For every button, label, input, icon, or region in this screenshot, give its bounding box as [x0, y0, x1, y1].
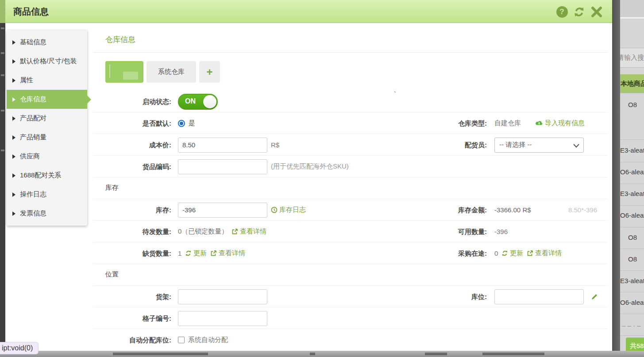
sidebar-item-supplier[interactable]: 供应商 — [7, 147, 87, 166]
pending-qty-label: 待发数量: — [93, 221, 171, 242]
caret-right-icon — [12, 97, 15, 102]
sidebar-item-product-pairing[interactable]: 产品配对 — [7, 109, 87, 128]
caret-right-icon — [12, 135, 15, 140]
picker-select[interactable]: -- 请选择 -- — [494, 138, 584, 153]
transit-update-link[interactable]: 更新 — [501, 249, 523, 257]
auto-assign-checkbox[interactable] — [178, 337, 185, 343]
shortage-detail-label: 查看详情 — [219, 249, 245, 257]
caret-right-icon — [12, 154, 15, 159]
sidebar-item-label: 属性 — [20, 76, 33, 84]
shortage-qty-label: 缺货数量: — [93, 242, 171, 264]
sidebar-item-product-sales[interactable]: 产品销量 — [7, 128, 87, 147]
refresh-icon — [185, 250, 192, 257]
warehouse-info-panel: 仓库信息 系统仓库 + ` 启动状态: — [93, 23, 608, 352]
shortage-update-link[interactable]: 更新 — [185, 249, 207, 257]
section-location-title: 位置 — [105, 270, 119, 279]
tab-label: 系统仓库 — [158, 68, 185, 76]
table-cell: O6-aleat — [620, 211, 644, 219]
select-value: -- 请选择 -- — [499, 141, 532, 149]
sidebar-item-label: 发票信息 — [20, 209, 46, 218]
startup-status-toggle[interactable]: ON — [178, 94, 218, 110]
stock-input[interactable] — [178, 203, 267, 218]
grid-no-label: 格子编号: — [93, 307, 171, 329]
row-shortage-transit: 缺货数量: 1 更新 查看详情 — [93, 242, 608, 264]
bottom-edge-bar — [0, 351, 644, 357]
sidebar-item-label: 产品配对 — [20, 114, 46, 123]
sidebar-item-default-price[interactable]: 默认价格/尺寸/包装 — [7, 52, 87, 71]
caret-right-icon — [12, 59, 15, 64]
table-cell: O8 — [628, 255, 637, 263]
row-pending-available: 待发数量: 0（已锁定数量） 查看详情 可用数量: -396 — [93, 221, 608, 242]
table-cell: O6-aleate — [620, 168, 644, 176]
row-auto-assign: 自动分配库位: 系统自动分配 — [93, 329, 608, 351]
cost-price-label: 成本价: — [93, 134, 171, 156]
pending-detail-link[interactable]: 查看详情 — [231, 227, 266, 236]
transit-detail-label: 查看详情 — [535, 249, 562, 257]
sidebar-item-warehouse-info[interactable]: 仓库信息 — [7, 90, 87, 109]
row-stock-amount: 库存: 库存日志 库存金额: -3366.00 R$ — [93, 199, 608, 221]
background-header-sliver — [0, 0, 5, 23]
background-product-table: 请输入搜索 本地商品S O8 E3-aleató O6-aleate E3-al… — [620, 0, 644, 357]
bin-label: 库位: — [390, 286, 487, 307]
section-location: 位置 — [93, 264, 608, 286]
item-code-input[interactable] — [178, 159, 267, 174]
purchase-transit-label: 采购在途: — [390, 242, 487, 264]
cost-price-input[interactable] — [178, 138, 267, 153]
picker-label: 配货员: — [390, 134, 487, 156]
toggle-on-text: ON — [185, 97, 196, 105]
item-code-label: 货品编码: — [93, 156, 171, 177]
screen: 商品信息 ? — [0, 0, 644, 357]
share-icon — [527, 250, 533, 257]
sidebar-item-operation-log[interactable]: 操作日志 — [7, 185, 87, 204]
overlay-right-edge — [612, 0, 620, 357]
cloud-download-icon — [535, 120, 543, 127]
tab-system-warehouse[interactable]: 系统仓库 — [147, 61, 196, 83]
caret-right-icon — [12, 192, 15, 197]
edit-pencil-icon[interactable] — [591, 293, 598, 300]
sidebar-item-basic-info[interactable]: 基础信息 — [7, 33, 87, 52]
warehouse-form: 启动状态: ON 是否默认: 是 仓库类型: — [93, 91, 608, 351]
is-default-radio[interactable] — [178, 120, 185, 127]
transit-detail-link[interactable]: 查看详情 — [527, 249, 562, 257]
search-placeholder: 请输入搜索 — [620, 54, 644, 62]
auto-assign-checkbox-label: 系统自动分配 — [188, 336, 228, 344]
add-warehouse-tab-button[interactable]: + — [199, 61, 220, 83]
shelf-label: 货架: — [93, 286, 171, 307]
table-cell: E3-aleató — [620, 277, 644, 284]
table-cell: O8 — [628, 234, 637, 241]
overlay-left-edge — [0, 0, 5, 357]
stock-log-link[interactable]: 库存日志 — [271, 206, 306, 214]
bin-input[interactable] — [494, 289, 584, 304]
refresh-icon[interactable] — [573, 6, 585, 18]
refresh-icon — [501, 250, 508, 257]
sidebar-item-1688-pairing[interactable]: 1688配对关系 — [7, 166, 87, 185]
pending-qty-value: 0（已锁定数量） — [178, 227, 228, 236]
shortage-update-label: 更新 — [193, 249, 207, 257]
table-cell: E3-aleató — [620, 190, 644, 197]
browser-status-tooltip: ipt:void(0) — [0, 342, 39, 354]
currency-suffix: R$ — [271, 141, 279, 149]
tab-active-warehouse[interactable] — [105, 61, 143, 83]
sidebar-item-invoice-info[interactable]: 发票信息 — [7, 204, 87, 223]
auto-assign-label: 自动分配库位: — [93, 329, 171, 351]
shortage-detail-link[interactable]: 查看详情 — [210, 249, 245, 257]
modal-header: 商品信息 ? — [5, 0, 612, 23]
modal-title: 商品信息 — [13, 6, 49, 18]
stock-log-label: 库存日志 — [279, 206, 306, 214]
help-icon[interactable]: ? — [556, 6, 568, 18]
table-cell: E3-aleató — [620, 146, 644, 154]
row-cost-picker: 成本价: R$ 配货员: -- 请选择 -- — [93, 134, 608, 156]
grid-no-input[interactable] — [178, 311, 267, 326]
sidebar-item-attributes[interactable]: 属性 — [7, 71, 87, 90]
stock-amount-formula: 8.50*-396 — [568, 199, 597, 221]
clock-icon — [271, 207, 278, 213]
table-cell: O6-aleató — [620, 299, 644, 306]
import-existing-link[interactable]: 导入现有信息 — [535, 119, 585, 127]
close-icon[interactable] — [590, 6, 602, 18]
background-search-input[interactable]: 请输入搜索 — [620, 48, 644, 68]
modal-sidebar: 基础信息 默认价格/尺寸/包装 属性 仓库信息 产品配对 产品销量 供应商 16… — [7, 30, 87, 226]
share-icon — [231, 228, 238, 235]
startup-status-label: 启动状态: — [93, 91, 171, 112]
sidebar-item-label: 基础信息 — [20, 38, 46, 46]
shelf-input[interactable] — [178, 289, 267, 304]
